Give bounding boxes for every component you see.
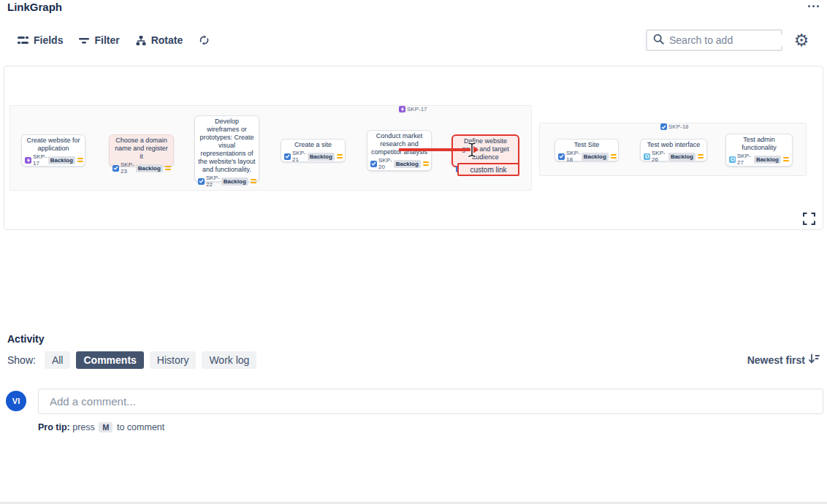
- rotate-button-label: Rotate: [151, 34, 183, 46]
- show-label: Show:: [7, 354, 36, 366]
- custom-link-line: [399, 148, 472, 151]
- issue-key: SKP-27: [737, 153, 752, 166]
- status-badge: Backlog: [394, 160, 421, 168]
- issue-title: Choose a domain name and register it: [113, 137, 170, 161]
- issue-title: Develop wireframes or prototypes: Create…: [198, 118, 256, 174]
- tab-comments[interactable]: Comments: [76, 351, 143, 369]
- protip-suffix: to comment: [117, 422, 164, 432]
- keyboard-key-m: M: [99, 422, 113, 432]
- issue-title: Conduct market research and competitor a…: [370, 132, 428, 156]
- status-badge: Backlog: [48, 156, 75, 164]
- subtask-icon: [729, 156, 736, 163]
- sort-order-label: Newest first: [747, 354, 805, 366]
- filter-button-label: Filter: [94, 34, 119, 46]
- issue-card-skp-22[interactable]: Develop wireframes or prototypes: Create…: [194, 115, 259, 182]
- group-label-key: SKP-18: [668, 123, 689, 130]
- priority-medium-icon: [165, 166, 171, 170]
- issue-title: Test web interface: [644, 141, 704, 149]
- issue-key: SKP-23: [121, 161, 134, 175]
- issue-title: Create a site: [284, 141, 342, 149]
- task-icon: [370, 161, 377, 167]
- text-cursor-icon: [467, 142, 477, 161]
- search-input[interactable]: [669, 34, 801, 46]
- task-icon: [113, 165, 119, 172]
- issue-key: SKP-26: [652, 150, 667, 163]
- tab-history[interactable]: History: [150, 351, 197, 369]
- fullscreen-icon[interactable]: [802, 213, 815, 226]
- search-icon: [653, 34, 664, 47]
- task-icon: [284, 153, 291, 160]
- priority-medium-icon: [698, 154, 704, 159]
- issue-key: SKP-21: [292, 150, 306, 163]
- page-title: LinkGraph: [7, 1, 62, 13]
- custom-link-label[interactable]: custom link: [457, 163, 519, 176]
- task-icon: [558, 153, 565, 160]
- search-box: [646, 29, 782, 51]
- sort-order-button[interactable]: Newest first: [747, 354, 820, 366]
- status-badge: Backlog: [221, 177, 248, 186]
- issue-card-skp-17[interactable]: Create website for application SKP-17 Ba…: [21, 134, 85, 167]
- priority-medium-icon: [251, 179, 256, 183]
- issue-card-skp-23[interactable]: Choose a domain name and register it SKP…: [109, 134, 174, 167]
- fields-button-label: Fields: [34, 34, 63, 46]
- issue-card-skp-26[interactable]: Test web interface SKP-26 Backlog: [640, 139, 707, 161]
- refresh-button[interactable]: [199, 35, 210, 45]
- more-menu-button[interactable]: [806, 3, 821, 9]
- fields-button[interactable]: Fields: [18, 34, 63, 46]
- comment-protip: Pro tip: press M to comment: [38, 422, 164, 432]
- task-icon: [198, 178, 205, 185]
- tab-all[interactable]: All: [45, 351, 71, 369]
- priority-medium-icon: [423, 161, 429, 166]
- protip-label: Pro tip:: [38, 422, 70, 432]
- priority-medium-icon: [783, 157, 789, 161]
- filter-icon: [79, 37, 89, 45]
- status-badge: Backlog: [582, 153, 609, 161]
- group-label-skp-17: SKP-17: [399, 106, 427, 112]
- linkgraph-page: LinkGraph Fields Filter Rotate: [0, 0, 827, 504]
- add-comment-input[interactable]: [38, 389, 823, 414]
- issue-card-skp-18[interactable]: Test Site SKP-18 Backlog: [554, 139, 619, 161]
- issue-key: SKP-22: [206, 175, 220, 188]
- group-label-key: SKP-17: [407, 106, 427, 112]
- epic-icon: [25, 157, 31, 164]
- protip-press: press: [72, 422, 95, 432]
- issue-key: SKP-17: [33, 153, 47, 167]
- subtask-icon: [644, 153, 650, 160]
- priority-medium-icon: [77, 158, 83, 162]
- filter-button[interactable]: Filter: [79, 34, 119, 46]
- priority-medium-icon: [611, 154, 617, 159]
- toolbar: Fields Filter Rotate: [18, 29, 210, 51]
- activity-heading: Activity: [7, 333, 45, 345]
- issue-card-skp-21[interactable]: Create a site SKP-21 Backlog: [281, 139, 346, 162]
- tab-worklog[interactable]: Work log: [202, 351, 256, 369]
- status-badge: Backlog: [308, 153, 335, 161]
- status-badge: Backlog: [136, 164, 163, 172]
- refresh-icon: [199, 35, 210, 45]
- group-label-skp-18: SKP-18: [660, 123, 689, 130]
- issue-title: Test admin functionality: [729, 136, 789, 152]
- status-badge: Backlog: [668, 153, 695, 161]
- issue-key: SKP-20: [378, 157, 392, 170]
- epic-icon: [399, 106, 405, 112]
- status-badge: Backlog: [754, 156, 781, 164]
- rotate-button[interactable]: Rotate: [136, 34, 183, 46]
- fields-icon: [18, 36, 28, 45]
- rotate-hierarchy-icon: [136, 36, 146, 45]
- link-graph-canvas[interactable]: SKP-17 SKP-18 Create website for applica…: [4, 66, 823, 230]
- settings-gear-icon[interactable]: ⚙: [792, 29, 811, 51]
- issue-card-skp-27[interactable]: Test admin functionality SKP-27 Backlog: [725, 134, 793, 167]
- issue-key: SKP-18: [566, 150, 580, 163]
- priority-medium-icon: [337, 154, 343, 159]
- activity-filter-row: Show: All Comments History Work log: [7, 351, 256, 369]
- sort-descending-icon: [809, 354, 820, 366]
- user-avatar: VI: [6, 391, 26, 411]
- issue-title: Create website for application: [25, 137, 82, 153]
- issue-title: Test Site: [558, 141, 615, 149]
- task-icon: [660, 123, 667, 130]
